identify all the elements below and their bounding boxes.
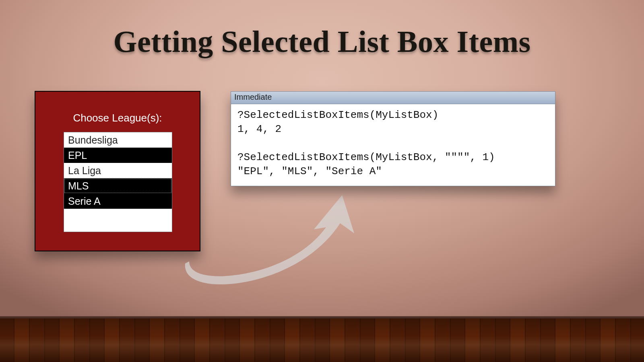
listbox-item[interactable]: Serie A: [64, 193, 172, 209]
immediate-window-title: Immediate: [231, 92, 555, 104]
form-label: Choose League(s):: [35, 112, 200, 124]
listbox-item[interactable]: MLS: [64, 178, 172, 193]
listbox-item[interactable]: Bundesliga: [64, 132, 172, 148]
immediate-window: Immediate ?SelectedListBoxItems(MyListBo…: [231, 91, 555, 186]
listbox-item[interactable]: EPL: [64, 148, 172, 163]
slide-title: Getting Selected List Box Items: [0, 24, 644, 59]
slide-floor: [0, 319, 644, 362]
arrow-icon: [177, 189, 378, 286]
listbox-item[interactable]: La Liga: [64, 163, 172, 178]
league-listbox[interactable]: BundesligaEPLLa LigaMLSSerie A: [64, 132, 172, 232]
form-panel: Choose League(s): BundesligaEPLLa LigaML…: [35, 91, 200, 251]
listbox-item-empty[interactable]: [64, 209, 172, 230]
immediate-window-body[interactable]: ?SelectedListBoxItems(MyListBox) 1, 4, 2…: [231, 104, 555, 186]
